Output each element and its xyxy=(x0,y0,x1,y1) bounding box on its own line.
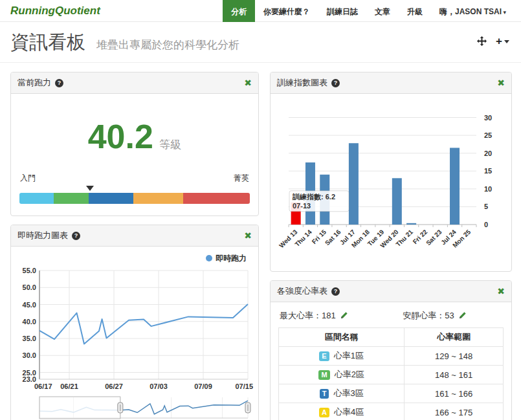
tooltip-line2: 07-13 xyxy=(293,202,311,210)
card-current-fitness: 當前跑力 ? ✖ 40.2 等級 入門 菁英 xyxy=(10,72,259,216)
left-column: 當前跑力 ? ✖ 40.2 等級 入門 菁英 xyxy=(10,72,259,420)
category-label: Sat 23 xyxy=(425,228,443,247)
navigator-series-selected xyxy=(120,401,248,414)
top-navbar: RunningQuotient 分析你要練什麼？訓練日誌文章升級嗨，JASON … xyxy=(0,0,521,22)
legend-dot-icon xyxy=(206,255,212,261)
x-tick-label: 06/27 xyxy=(105,382,123,390)
zone-name-cell: T心率3區 xyxy=(279,384,405,403)
nav-item-4[interactable]: 升級 xyxy=(399,0,431,22)
zone-range: 166 ~ 175 xyxy=(405,403,504,420)
page-title-line: 資訊看板 堆疊出專屬於您的科學化分析 xyxy=(10,30,239,56)
card-title: 當前跑力 xyxy=(17,77,51,89)
plus-icon: + xyxy=(496,37,502,46)
fitness-scale-segment-4 xyxy=(183,193,250,204)
close-icon[interactable]: ✖ xyxy=(244,79,252,87)
hr-zones-body: 最大心率：181 安靜心率：53 xyxy=(271,302,511,420)
card-hr-zones: 各強度心率表 ? ✖ 最大心率：181 安靜心率：53 xyxy=(270,280,512,420)
add-widget-button[interactable]: + xyxy=(496,37,509,46)
move-icon[interactable] xyxy=(477,36,487,46)
close-icon[interactable]: ✖ xyxy=(497,287,505,296)
nav-item-1[interactable]: 你要練什麼？ xyxy=(255,0,318,22)
y-tick-label: 5 xyxy=(484,203,488,210)
nav-item-2[interactable]: 訓練日誌 xyxy=(318,0,366,22)
rest-hr: 安靜心率：53 xyxy=(403,310,467,322)
close-icon[interactable]: ✖ xyxy=(497,79,505,87)
nav-menu: 分析你要練什麼？訓練日誌文章升級嗨，JASON TSAI ▾ xyxy=(223,0,521,21)
help-icon[interactable]: ? xyxy=(72,232,80,240)
help-icon[interactable]: ? xyxy=(331,79,340,87)
fitness-scale-bar-wrap xyxy=(19,186,250,204)
y-tick-label: 25 xyxy=(484,131,492,139)
max-hr: 最大心率：181 xyxy=(280,310,403,322)
hr-meta-row: 最大心率：181 安靜心率：53 xyxy=(280,310,504,322)
zone-badge: A xyxy=(319,408,329,417)
realtime-chart-body: 即時跑力 06/1706/2106/2707/0307/0907/1555.05… xyxy=(11,247,258,420)
y-tick-label: 50.0 xyxy=(23,283,36,291)
y-tick-label: 15 xyxy=(484,167,492,175)
chart-range-navigator[interactable]: 05/2706/0406/1506/2707/0907/15 xyxy=(14,395,256,420)
zone-badge: M xyxy=(318,370,329,380)
fitness-scale-bar xyxy=(19,193,250,204)
chart-legend[interactable]: 即時跑力 xyxy=(14,253,256,264)
zone-range: 161 ~ 166 xyxy=(405,384,504,403)
zone-range: 148 ~ 161 xyxy=(405,366,504,384)
close-icon[interactable]: ✖ xyxy=(244,232,252,240)
training-index-body: 051015202530Wed 13Thu 14Fri 15Sat 16Jul … xyxy=(271,94,511,271)
help-icon[interactable]: ? xyxy=(55,79,63,87)
navigator-handle-right[interactable] xyxy=(245,403,250,413)
dashboard-actions: + xyxy=(477,30,511,46)
card-realtime-chart: 即時跑力圖表 ? ✖ 即時跑力 06/1706/2106/2707/0307/0… xyxy=(10,225,259,420)
x-tick-label: 07/15 xyxy=(235,382,253,390)
hr-col-range: 心率範圍 xyxy=(405,328,504,347)
fitness-scale-segment-2 xyxy=(89,193,133,204)
zone-badge: E xyxy=(319,351,329,361)
bar-thu-21 xyxy=(406,223,416,225)
y-tick-label: 20 xyxy=(484,149,492,157)
hr-zone-row: A心率4區166 ~ 175 xyxy=(279,403,504,420)
x-tick-label: 06/17 xyxy=(34,382,52,390)
y-tick-label: 30.0 xyxy=(23,351,36,359)
card-header: 當前跑力 ? ✖ xyxy=(11,72,258,94)
y-tick-label: 10 xyxy=(484,185,492,193)
fitness-scale-segment-3 xyxy=(133,193,183,204)
navigator-handle-left[interactable] xyxy=(118,403,123,413)
edit-rest-hr-icon[interactable] xyxy=(459,311,467,321)
max-hr-value: 181 xyxy=(322,311,336,320)
category-label: Sat 16 xyxy=(324,228,342,247)
zone-name-cell: A心率4區 xyxy=(279,403,405,420)
y-tick-label: 45.0 xyxy=(23,301,36,309)
brand-logo[interactable]: RunningQuotient xyxy=(0,0,100,21)
y-tick-label: 40.0 xyxy=(23,318,36,326)
y-tick-label: 55.0 xyxy=(23,267,36,274)
realtime-line-chart: 06/1706/2106/2707/0307/0907/1555.050.045… xyxy=(14,265,256,392)
scale-label-elite: 菁英 xyxy=(234,173,249,184)
zone-name-cell: E心率1區 xyxy=(279,347,405,366)
fitness-marker-icon xyxy=(86,186,94,195)
nav-item-0[interactable]: 分析 xyxy=(223,0,255,22)
app-root: RunningQuotient 分析你要練什麼？訓練日誌文章升級嗨，JASON … xyxy=(0,0,521,420)
edit-max-hr-icon[interactable] xyxy=(340,311,348,321)
nav-item-3[interactable]: 文章 xyxy=(366,0,399,22)
help-icon[interactable]: ? xyxy=(331,287,340,296)
rest-hr-label: 安靜心率： xyxy=(403,311,445,320)
card-header: 訓練指數圖表 ? ✖ xyxy=(271,72,511,94)
rest-hr-value: 53 xyxy=(445,311,454,320)
nav-item-5[interactable]: 嗨，JASON TSAI ▾ xyxy=(431,0,515,22)
card-title: 各強度心率表 xyxy=(277,285,327,297)
zone-name: 心率3區 xyxy=(333,388,363,398)
caret-down-icon xyxy=(504,40,509,46)
page-subtitle: 堆疊出專屬於您的科學化分析 xyxy=(96,39,239,51)
bar-wed-20 xyxy=(392,178,402,225)
zone-name: 心率1區 xyxy=(334,351,364,360)
current-fitness-body: 40.2 等級 入門 菁英 xyxy=(11,94,258,216)
training-index-bar-chart: 051015202530Wed 13Thu 14Fri 15Sat 16Jul … xyxy=(276,99,506,266)
y-tick-label: 23.0 xyxy=(23,375,36,383)
hr-table-header-row: 區間名稱 心率範圍 xyxy=(279,328,504,347)
tooltip-line1: 訓練指數: 6.2 xyxy=(292,193,335,201)
caret-down-icon: ▾ xyxy=(502,9,506,16)
fitness-scale-labels: 入門 菁英 xyxy=(20,173,249,184)
x-tick-label: 06/21 xyxy=(60,382,78,390)
x-tick-label: 07/03 xyxy=(150,382,168,390)
fitness-scale-segment-1 xyxy=(54,193,88,204)
max-hr-label: 最大心率： xyxy=(280,311,322,320)
